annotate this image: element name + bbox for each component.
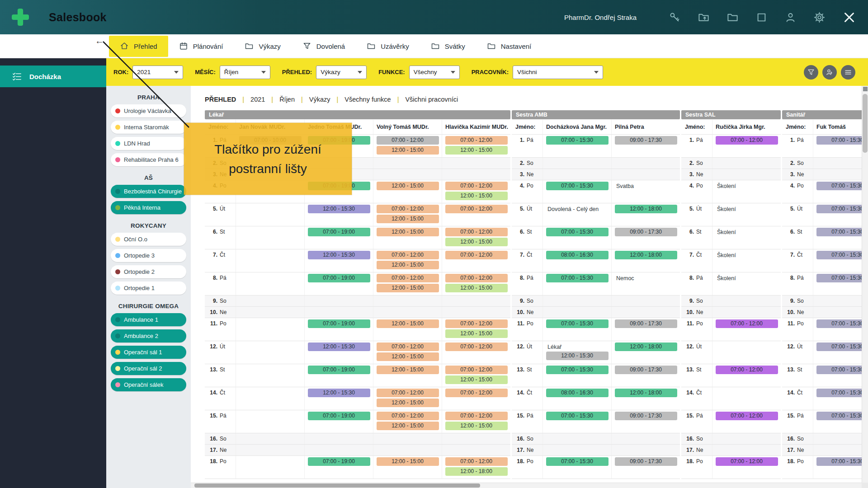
shift-cell[interactable] <box>442 433 510 444</box>
shift-cell[interactable]: 12:00 - 15:00 <box>373 318 442 341</box>
shift-cell[interactable] <box>712 433 781 444</box>
shift-cell[interactable]: 07:00 - 15:30 <box>542 135 611 157</box>
shift-cell[interactable]: 07:00 - 15:30 <box>813 318 868 341</box>
filter-select-pracovnik[interactable]: Všichni <box>513 66 603 79</box>
shift-cell[interactable] <box>373 169 442 180</box>
close-icon[interactable] <box>842 10 856 24</box>
shift-cell[interactable]: Školení <box>712 180 781 203</box>
shift-cell[interactable] <box>813 445 868 455</box>
shift-pill[interactable]: 07:00 - 12:00 <box>716 136 778 145</box>
shift-cell[interactable]: 07:00 - 12:00 <box>442 249 510 272</box>
shift-pill[interactable]: 12:00 - 15:00 <box>377 399 439 407</box>
shift-pill[interactable]: 07:00 - 15:30 <box>816 251 868 259</box>
shift-pill[interactable]: 07:00 - 15:30 <box>546 136 609 145</box>
breadcrumb-item[interactable]: 2021 <box>250 96 265 103</box>
shift-cell[interactable]: 07:00 - 12:0012:00 - 15:00 <box>442 272 510 295</box>
horizontal-scrollbar[interactable] <box>191 483 862 488</box>
shift-cell[interactable]: 07:00 - 12:0012:00 - 15:00 <box>442 364 510 387</box>
shift-pill[interactable]: 09:00 - 17:30 <box>615 319 677 328</box>
shift-cell[interactable]: 07:00 - 12:0012:00 - 15:00 <box>442 135 510 157</box>
shift-cell[interactable]: 07:00 - 15:30 <box>813 341 868 364</box>
shift-cell[interactable] <box>712 296 781 306</box>
shift-pill[interactable]: 07:00 - 12:00 <box>445 343 508 351</box>
shift-cell[interactable] <box>442 296 510 306</box>
shift-cell[interactable] <box>236 203 304 226</box>
horizontal-scrollbar-thumb[interactable] <box>194 483 480 488</box>
filter-select-funkce[interactable]: Všechny <box>409 66 460 79</box>
shift-pill[interactable]: 07:00 - 15:30 <box>816 228 868 236</box>
shift-cell[interactable] <box>442 307 510 318</box>
shift-cell[interactable]: 07:00 - 15:30 <box>813 203 868 226</box>
shift-pill[interactable]: 12:00 - 18:00 <box>445 467 508 476</box>
shift-cell[interactable]: 08:00 - 16:30 <box>542 387 611 410</box>
shift-pill[interactable]: 12:00 - 15:30 <box>308 251 370 259</box>
shift-pill[interactable]: 07:00 - 19:00 <box>308 274 370 282</box>
shift-cell[interactable] <box>611 307 680 318</box>
shift-cell[interactable]: 07:00 - 12:0012:00 - 15:00 <box>442 180 510 203</box>
user-export-button[interactable] <box>822 65 837 80</box>
shift-cell[interactable] <box>373 158 442 169</box>
facility-item-rehabilitace-praha-6[interactable]: Rehabilitace Praha 6 <box>111 153 186 166</box>
shift-pill[interactable]: 07:00 - 12:00 <box>377 274 439 282</box>
shift-pill[interactable]: 07:00 - 19:00 <box>308 366 370 374</box>
shift-pill[interactable]: 12:00 - 15:00 <box>445 146 508 155</box>
shift-cell[interactable]: Školení <box>712 249 781 272</box>
shift-pill[interactable]: 08:00 - 16:30 <box>546 389 609 397</box>
shift-pill[interactable]: 07:00 - 12:00 <box>445 136 508 145</box>
shift-pill[interactable]: 09:00 - 17:30 <box>615 228 677 236</box>
shift-cell[interactable] <box>813 307 868 318</box>
shift-cell[interactable]: Nemoc <box>611 272 680 295</box>
shift-cell[interactable]: 07:00 - 15:30 <box>813 226 868 249</box>
shift-pill[interactable]: 12:00 - 15:00 <box>445 238 508 246</box>
shift-pill[interactable]: 07:00 - 12:00 <box>377 412 439 420</box>
shift-cell[interactable] <box>712 445 781 455</box>
shift-pill[interactable]: 12:00 - 15:00 <box>445 329 508 338</box>
shift-cell[interactable]: Školení <box>712 272 781 295</box>
tab-svatky[interactable]: Svátky <box>420 36 476 57</box>
shift-cell[interactable]: 07:00 - 12:0012:00 - 15:00 <box>373 249 442 272</box>
shift-cell[interactable] <box>611 169 680 180</box>
shift-cell[interactable] <box>712 158 781 169</box>
facility-item-pekna-interna[interactable]: Pěkná Interna <box>111 201 186 214</box>
shift-pill[interactable]: 07:00 - 12:00 <box>716 412 778 420</box>
shift-cell[interactable] <box>542 296 611 306</box>
facility-item-ortopedie-3[interactable]: Ortopedie 3 <box>111 249 186 262</box>
shift-pill[interactable]: 07:00 - 15:30 <box>546 412 609 420</box>
shift-pill[interactable]: 07:00 - 12:00 <box>445 228 508 236</box>
shift-pill[interactable]: 08:00 - 16:30 <box>546 251 609 259</box>
shift-cell[interactable]: 12:00 - 15:30 <box>304 341 373 364</box>
vertical-scrollbar[interactable] <box>862 86 868 483</box>
square-icon[interactable] <box>755 11 768 23</box>
shift-pill[interactable]: 07:00 - 15:30 <box>816 366 868 374</box>
shift-cell[interactable] <box>611 296 680 306</box>
shift-cell[interactable] <box>236 364 304 387</box>
shift-cell[interactable]: 09:00 - 17:30 <box>611 135 680 157</box>
facility-item-ambulance-1[interactable]: Ambulance 1 <box>111 313 186 326</box>
shift-pill[interactable]: 07:00 - 15:30 <box>546 228 609 236</box>
shift-cell[interactable] <box>236 433 304 444</box>
scroll-up-button[interactable] <box>863 87 868 91</box>
shift-cell[interactable]: 07:00 - 15:30 <box>542 318 611 341</box>
hamburger-button[interactable] <box>841 65 855 80</box>
folder-export-icon[interactable] <box>698 11 710 23</box>
shift-pill[interactable]: 12:00 - 15:00 <box>377 228 439 236</box>
shift-cell[interactable]: 07:00 - 15:30 <box>813 249 868 272</box>
shift-pill[interactable]: 12:00 - 18:00 <box>615 205 677 213</box>
shift-cell[interactable]: 09:00 - 17:30 <box>611 456 680 479</box>
shift-cell[interactable]: 07:00 - 12:0012:00 - 15:00 <box>442 318 510 341</box>
shift-pill[interactable]: 07:00 - 12:00 <box>445 319 508 328</box>
shift-cell[interactable]: 12:00 - 15:00 <box>373 226 442 249</box>
breadcrumb-item[interactable]: Všichni pracovníci <box>405 96 458 103</box>
shift-cell[interactable] <box>712 341 781 364</box>
shift-pill[interactable]: 07:00 - 12:00 <box>716 319 778 328</box>
funnel-button[interactable] <box>804 65 818 80</box>
shift-cell[interactable]: 07:00 - 12:0012:00 - 15:00 <box>373 410 442 433</box>
shift-pill[interactable]: 07:00 - 12:00 <box>377 136 439 145</box>
shift-cell[interactable]: 07:00 - 12:00 <box>712 318 781 341</box>
shift-cell[interactable]: 09:00 - 17:30 <box>611 318 680 341</box>
shift-cell[interactable]: 12:00 - 15:30 <box>304 249 373 272</box>
shift-cell[interactable]: 07:00 - 19:00 <box>304 318 373 341</box>
shift-pill[interactable]: 07:00 - 12:00 <box>445 457 508 466</box>
shift-cell[interactable]: 12:00 - 15:00 <box>373 180 442 203</box>
tab-nastaveni[interactable]: Nastavení <box>476 36 542 57</box>
